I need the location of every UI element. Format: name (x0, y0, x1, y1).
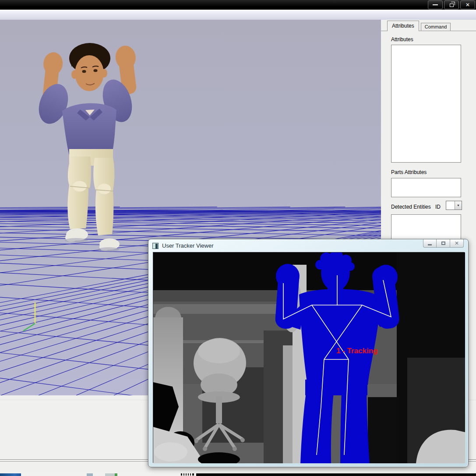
toolbar-strip (0, 10, 476, 20)
tab-command[interactable]: Command (421, 23, 451, 31)
taskbar-fragment[interactable] (115, 473, 117, 476)
id-dropdown[interactable]: ▼ (446, 201, 462, 210)
avatar-face (75, 55, 104, 91)
avatar-figure (34, 43, 140, 252)
taskbar-start-fragment[interactable] (0, 473, 21, 476)
taskbar (0, 472, 476, 476)
depth-image: 1 - Tracking (153, 252, 465, 463)
minimize-icon (433, 4, 438, 5)
minimize-button[interactable] (428, 0, 443, 9)
restore-icon (450, 4, 454, 7)
minimize-icon (428, 244, 432, 245)
close-icon: ✕ (455, 240, 459, 246)
maximize-icon (441, 242, 445, 245)
taskbar-window-fragment (186, 473, 187, 476)
origin-axis (23, 302, 35, 331)
tracking-status-label: 1 - Tracking (336, 347, 377, 355)
avatar-shoe-shadow-right (98, 247, 119, 252)
attributes-label: Attributes (391, 36, 413, 43)
taskbar-window-fragment (181, 473, 182, 476)
chevron-down-icon: ▼ (457, 204, 460, 207)
tracker-app-icon (152, 243, 159, 249)
detected-entities-label: Detected Entities (391, 204, 431, 210)
id-label: ID (435, 204, 441, 210)
taskbar-window-fragment (190, 473, 191, 476)
axis-ground-icon (23, 323, 35, 331)
user-tracker-viewer-window: User Tracker Viewer ✕ (148, 239, 469, 467)
tab-attributes[interactable]: Attributes (387, 21, 419, 31)
avatar-shoe-shadow-left (65, 238, 88, 242)
avatar-eye-left (82, 70, 86, 73)
id-dropdown-button[interactable]: ▼ (455, 201, 462, 210)
taskbar-fragment[interactable] (87, 473, 93, 476)
parts-attributes-box[interactable] (391, 178, 461, 197)
tracker-close-button[interactable]: ✕ (450, 239, 464, 248)
close-icon: ✕ (465, 2, 470, 7)
taskbar-window-fragment (188, 473, 189, 476)
parts-attributes-label: Parts Attributes (391, 169, 427, 175)
main-window-controls: ✕ (427, 0, 475, 9)
tracker-window-title: User Tracker Viewer (162, 242, 214, 249)
desktop-screen: ✕ (0, 0, 476, 476)
tracker-window-controls: ✕ (423, 239, 464, 248)
avatar-knee-right (98, 184, 111, 194)
tracker-minimize-button[interactable] (423, 239, 437, 248)
id-dropdown-value (446, 201, 455, 210)
tracker-titlebar[interactable]: User Tracker Viewer ✕ (148, 239, 468, 252)
restore-button[interactable] (444, 0, 459, 9)
taskbar-window-fragment (183, 473, 184, 476)
depth-camera-view: 1 - Tracking (153, 252, 465, 463)
taskbar-window-bar[interactable] (196, 473, 476, 476)
main-titlebar[interactable]: ✕ (0, 0, 476, 10)
avatar-eye-right (94, 69, 98, 72)
attributes-listbox[interactable] (391, 45, 461, 163)
tracker-maximize-button[interactable] (437, 239, 450, 248)
taskbar-window-fragment (192, 473, 194, 476)
taskbar-fragment[interactable] (105, 473, 115, 476)
close-button[interactable]: ✕ (460, 0, 475, 9)
panel-tabs: Attributes Command (381, 21, 476, 31)
